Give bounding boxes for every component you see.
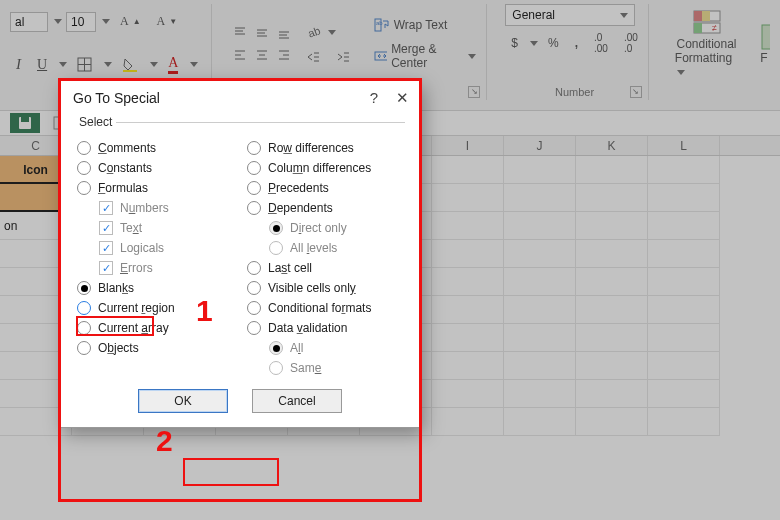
cell[interactable] bbox=[504, 184, 576, 212]
cell[interactable] bbox=[432, 212, 504, 240]
svg-text:ab: ab bbox=[376, 20, 383, 26]
dialog-launcher-icon[interactable]: ↘ bbox=[630, 86, 642, 98]
save-icon[interactable] bbox=[10, 113, 40, 133]
fill-color-button[interactable] bbox=[116, 53, 144, 76]
option-all: All bbox=[245, 341, 405, 355]
option-constants[interactable]: Constants bbox=[75, 161, 235, 175]
option-errors: Errors bbox=[75, 261, 235, 275]
cell[interactable] bbox=[576, 212, 648, 240]
cond-fmt-label-2: Formatting bbox=[675, 51, 738, 79]
svg-rect-33 bbox=[694, 11, 702, 21]
col-header[interactable]: L bbox=[648, 136, 720, 155]
svg-rect-36 bbox=[694, 23, 702, 33]
option-current-array[interactable]: Current array bbox=[75, 321, 235, 335]
align-top-icon[interactable] bbox=[230, 23, 250, 43]
orientation-button[interactable]: ab bbox=[300, 20, 356, 44]
svg-rect-34 bbox=[702, 11, 710, 21]
cell[interactable] bbox=[648, 184, 720, 212]
align-left-icon[interactable] bbox=[230, 45, 250, 65]
chevron-down-icon[interactable] bbox=[54, 19, 62, 24]
chevron-down-icon[interactable] bbox=[104, 62, 112, 67]
chevron-down-icon bbox=[677, 70, 685, 75]
option-comments[interactable]: Comments bbox=[75, 141, 235, 155]
ok-button[interactable]: OK bbox=[138, 389, 228, 413]
align-center-icon[interactable] bbox=[252, 45, 272, 65]
option-direct-only: Direct only bbox=[245, 221, 405, 235]
align-middle-icon[interactable] bbox=[252, 23, 272, 43]
chevron-down-icon bbox=[620, 13, 628, 18]
option-row-differences[interactable]: Row differences bbox=[245, 141, 405, 155]
close-icon[interactable]: ✕ bbox=[396, 89, 409, 107]
decrease-indent-icon[interactable] bbox=[300, 46, 326, 68]
cell[interactable] bbox=[648, 212, 720, 240]
alignment-grid bbox=[230, 23, 294, 65]
ribbon-group-styles: ≠ Conditional Formatting F bbox=[663, 4, 774, 100]
option-same: Same bbox=[245, 361, 405, 375]
option-dependents[interactable]: Dependents bbox=[245, 201, 405, 215]
option-formulas[interactable]: Formulas bbox=[75, 181, 235, 195]
font-name-box[interactable]: al bbox=[10, 12, 48, 32]
chevron-down-icon[interactable] bbox=[102, 19, 110, 24]
option-objects[interactable]: Objects bbox=[75, 341, 235, 355]
comma-format-button[interactable]: , bbox=[569, 32, 584, 54]
font-size-box[interactable]: 10 bbox=[66, 12, 96, 32]
number-format-select[interactable]: General bbox=[505, 4, 635, 26]
borders-button[interactable] bbox=[71, 53, 98, 76]
option-text: Text bbox=[75, 221, 235, 235]
decrease-decimal-icon[interactable]: .00.0 bbox=[618, 28, 644, 58]
decrease-font-icon[interactable]: A▼ bbox=[151, 10, 184, 33]
select-group-label: Select bbox=[75, 115, 116, 129]
option-last-cell[interactable]: Last cell bbox=[245, 261, 405, 275]
option-data-validation[interactable]: Data validation bbox=[245, 321, 405, 335]
svg-rect-38 bbox=[762, 25, 770, 49]
chevron-down-icon[interactable] bbox=[59, 62, 67, 67]
underline-button[interactable]: U bbox=[31, 53, 53, 77]
cell[interactable] bbox=[504, 156, 576, 184]
goto-special-dialog: Go To Special ? ✕ Select Comments Consta… bbox=[60, 80, 420, 428]
col-header[interactable]: J bbox=[504, 136, 576, 155]
cell[interactable] bbox=[648, 156, 720, 184]
option-column-differences[interactable]: Column differences bbox=[245, 161, 405, 175]
format-table-button-partial[interactable]: F bbox=[752, 19, 770, 69]
svg-rect-3 bbox=[123, 70, 137, 72]
number-format-value: General bbox=[512, 5, 555, 25]
cell[interactable] bbox=[576, 156, 648, 184]
cell[interactable] bbox=[504, 212, 576, 240]
col-header[interactable]: K bbox=[576, 136, 648, 155]
chevron-down-icon[interactable] bbox=[190, 62, 198, 67]
italic-button[interactable]: I bbox=[10, 52, 27, 77]
chevron-down-icon bbox=[468, 54, 476, 59]
chevron-down-icon bbox=[328, 30, 336, 35]
help-icon[interactable]: ? bbox=[370, 89, 378, 107]
col-header[interactable]: I bbox=[432, 136, 504, 155]
increase-indent-icon[interactable] bbox=[330, 46, 356, 68]
dialog-launcher-icon[interactable]: ↘ bbox=[468, 86, 480, 98]
cell[interactable] bbox=[576, 184, 648, 212]
wrap-text-button[interactable]: ab Wrap Text bbox=[368, 14, 483, 36]
increase-font-icon[interactable]: A▲ bbox=[114, 10, 147, 33]
conditional-formatting-button[interactable]: ≠ Conditional Formatting bbox=[667, 5, 746, 83]
ribbon-group-number: General $ % , .0.00 .00.0 Number↘ bbox=[501, 4, 649, 100]
cell[interactable] bbox=[432, 156, 504, 184]
option-precedents[interactable]: Precedents bbox=[245, 181, 405, 195]
option-numbers: Numbers bbox=[75, 201, 235, 215]
merge-center-button[interactable]: Merge & Center bbox=[368, 38, 483, 74]
dialog-titlebar: Go To Special ? ✕ bbox=[61, 81, 419, 113]
chevron-down-icon[interactable] bbox=[150, 62, 158, 67]
option-current-region[interactable]: Current region bbox=[75, 301, 235, 315]
accounting-format-button[interactable]: $ bbox=[505, 32, 524, 54]
percent-format-button[interactable]: % bbox=[542, 32, 565, 54]
cancel-button[interactable]: Cancel bbox=[252, 389, 342, 413]
svg-rect-40 bbox=[21, 117, 29, 122]
font-color-button[interactable]: A bbox=[162, 51, 184, 78]
align-bottom-icon[interactable] bbox=[274, 23, 294, 43]
align-right-icon[interactable] bbox=[274, 45, 294, 65]
cell[interactable] bbox=[432, 184, 504, 212]
option-blanks[interactable]: Blanks bbox=[75, 281, 235, 295]
chevron-down-icon[interactable] bbox=[530, 41, 538, 46]
option-visible-cells-only[interactable]: Visible cells only bbox=[245, 281, 405, 295]
increase-decimal-icon[interactable]: .0.00 bbox=[588, 28, 614, 58]
option-conditional-formats[interactable]: Conditional formats bbox=[245, 301, 405, 315]
group-label-number: Number↘ bbox=[505, 84, 644, 100]
svg-text:ab: ab bbox=[306, 24, 322, 39]
